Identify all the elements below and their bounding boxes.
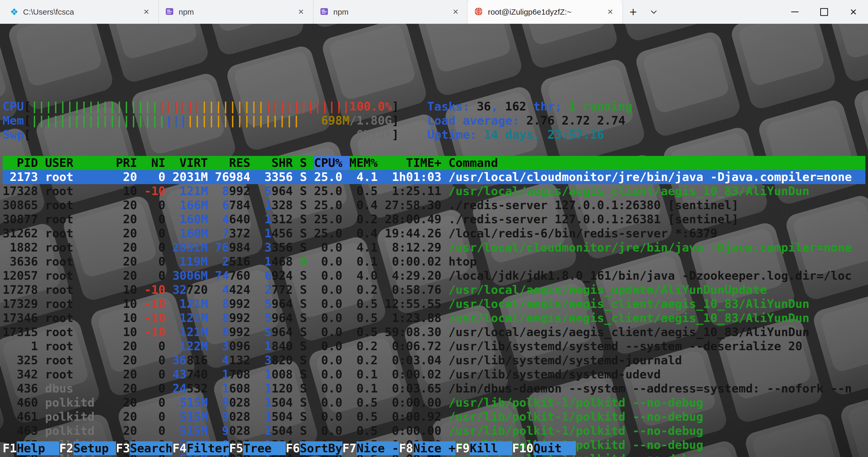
- fkey-f1[interactable]: F1: [3, 441, 17, 455]
- col-res: 76: [215, 170, 229, 184]
- tab-strip: ❖ C:\Users\fcsca ✕ npm ✕ npm ✕ root@iZul…: [0, 0, 622, 24]
- tab-close-icon[interactable]: ✕: [450, 7, 461, 17]
- tab-ssh-active[interactable]: root@iZuligp6e1dyzfZ:~ ✕: [468, 0, 622, 24]
- col-shr: 964: [272, 297, 300, 311]
- col-cmd: /usr/lib/polkit-1/polkitd --no-debug: [448, 396, 703, 410]
- npm-icon: [165, 7, 174, 17]
- fkey-f7[interactable]: F7: [342, 441, 356, 455]
- titlebar-drag-area: [663, 0, 780, 24]
- col-res: 132: [229, 353, 257, 367]
- column-header-mem[interactable]: MEM%: [349, 156, 385, 170]
- tab-close-icon[interactable]: ✕: [605, 7, 616, 17]
- process-row[interactable]: 325 root 20 0 36816 4132 3820 S 0.0 0.2 …: [3, 353, 865, 367]
- process-row[interactable]: 436 dbus 20 0 24532 1608 1120 S 0.0 0.1 …: [3, 382, 865, 396]
- fkey-label-filter[interactable]: Filter: [186, 441, 229, 455]
- fkey-f6[interactable]: F6: [286, 441, 300, 455]
- meter-bar-space: [31, 128, 356, 141]
- process-row[interactable]: 461 polkitd 20 0 515M 9028 1504 S 0.0 0.…: [3, 410, 865, 424]
- process-row[interactable]: 12057 root 20 0 3006M 74760 6924 S 0.0 4…: [3, 269, 865, 283]
- col-pid: 30877: [3, 212, 45, 226]
- process-row[interactable]: 1 root 20 0 122M 3096 1840 S 0.0 0.2 0:0…: [3, 339, 865, 353]
- fkey-label-quit[interactable]: Quit: [533, 441, 576, 455]
- tab-dropdown-chevron-icon[interactable]: [644, 0, 663, 24]
- fkey-f2[interactable]: F2: [59, 441, 73, 455]
- terminal[interactable]: CPU[||||||||||||||||||||||||||||||||||||…: [0, 24, 868, 457]
- column-header-cpu[interactable]: CPU%: [314, 156, 349, 170]
- process-row[interactable]: 31262 root 20 0 160M 7372 1456 S 25.0 0.…: [3, 226, 865, 240]
- col-time: 8:12.29: [385, 240, 448, 254]
- column-header-time[interactable]: TIME+: [385, 156, 448, 170]
- fkey-f9[interactable]: F9: [456, 441, 470, 455]
- fkey-f5[interactable]: F5: [229, 441, 243, 455]
- process-row[interactable]: 3636 root 20 0 119M 2516 1468 R 0.0 0.1 …: [3, 255, 865, 269]
- fkey-label-kill[interactable]: Kill: [470, 441, 512, 455]
- process-row[interactable]: 1882 root 20 0 2031M 76984 3356 S 0.0 4.…: [3, 240, 865, 255]
- fkey-label-search[interactable]: Search: [130, 441, 173, 455]
- col-mem: 4.1: [349, 170, 385, 184]
- col-mem: 0.5: [349, 396, 385, 410]
- meters: CPU[||||||||||||||||||||||||||||||||||||…: [3, 99, 865, 142]
- col-res: 516: [229, 255, 257, 268]
- fkey-label-nice-[interactable]: Nice -: [356, 441, 399, 455]
- close-button[interactable]: ✕: [839, 0, 868, 24]
- meter-value: 100.0%: [349, 99, 392, 113]
- tab-cmd[interactable]: ❖ C:\Users\fcsca ✕: [4, 0, 158, 24]
- minimize-button[interactable]: [780, 0, 809, 24]
- col-s: S: [300, 297, 314, 311]
- fkey-f3[interactable]: F3: [116, 441, 130, 455]
- process-row[interactable]: 17278 root 10 -10 32720 4424 2772 S 0.0 …: [3, 283, 865, 297]
- tab-npm-2[interactable]: npm ✕: [313, 0, 468, 24]
- col-res: 8: [215, 184, 229, 198]
- process-row[interactable]: 17329 root 10 -10 121M 8992 5964 S 0.0 0…: [3, 297, 865, 311]
- fkey-label-tree[interactable]: Tree: [243, 441, 286, 455]
- column-header-ni[interactable]: NI: [144, 156, 173, 170]
- column-header-cmd[interactable]: Command: [448, 156, 498, 170]
- tab-close-icon[interactable]: ✕: [141, 7, 152, 17]
- fkey-label-setup[interactable]: Setup: [73, 441, 116, 455]
- column-header-pri[interactable]: PRI: [116, 156, 144, 170]
- new-tab-button[interactable]: +: [622, 0, 644, 24]
- column-header-virt[interactable]: VIRT: [173, 156, 215, 170]
- maximize-button[interactable]: [809, 0, 839, 24]
- col-shr: 1: [257, 255, 271, 268]
- stat-segment: 2.76: [526, 113, 562, 127]
- column-header-user[interactable]: USER: [45, 156, 116, 170]
- column-header-res[interactable]: RES: [215, 156, 257, 170]
- col-time: 0:00.02: [385, 255, 448, 268]
- col-mem: 0.5: [349, 424, 385, 438]
- process-row[interactable]: 17315 root 10 -10 121M 8992 5964 S 0.0 0…: [3, 325, 865, 339]
- col-pri: 20: [116, 410, 144, 424]
- meter-bar-segment: |||||||||: [201, 99, 265, 113]
- col-ni: -10: [144, 283, 173, 297]
- process-row[interactable]: 30865 root 20 0 166M 6784 1328 S 25.0 0.…: [3, 198, 865, 212]
- column-header-s[interactable]: S: [300, 156, 314, 170]
- col-cpu: 0.0: [314, 353, 349, 367]
- process-row[interactable]: 342 root 20 0 43740 1708 1008 S 0.0 0.1 …: [3, 367, 865, 382]
- fkey-label-nice-[interactable]: Nice +: [413, 441, 456, 455]
- fkey-label-help[interactable]: Help: [17, 441, 59, 455]
- column-header-pid[interactable]: PID: [3, 156, 45, 170]
- fkey-f4[interactable]: F4: [173, 441, 186, 455]
- process-row[interactable]: 17346 root 10 -10 121M 8992 5964 S 0.0 0…: [3, 311, 865, 325]
- col-cmd: /usr/lib/polkit-1/polkitd --no-debug: [448, 410, 703, 424]
- meter-bar-segment: ||||||||||||||||||: [31, 99, 158, 113]
- fkey-label-sortby[interactable]: SortBy: [300, 441, 342, 455]
- col-pid: 342: [3, 367, 45, 381]
- column-header-shr[interactable]: SHR: [257, 156, 300, 170]
- col-cmd: /usr/lib/systemd/systemd --system --dese…: [448, 339, 802, 353]
- process-row[interactable]: 17328 root 10 -10 121M 8992 5964 S 25.0 …: [3, 184, 865, 198]
- fkey-f8[interactable]: F8: [399, 441, 413, 455]
- col-cpu: 0.0: [314, 410, 349, 424]
- process-row[interactable]: 463 polkitd 20 0 515M 9028 1504 S 0.0 0.…: [3, 424, 865, 438]
- col-user: root: [45, 297, 116, 311]
- col-time: 4:29.20: [385, 269, 448, 283]
- process-row[interactable]: 2173 root 20 0 2031M 76984 3356 S 25.0 4…: [3, 170, 865, 184]
- col-shr: 1: [257, 339, 271, 353]
- col-s: R: [300, 255, 314, 268]
- tab-close-icon[interactable]: ✕: [296, 7, 307, 17]
- col-pid: 17346: [3, 311, 45, 325]
- process-row[interactable]: 30877 root 20 0 160M 4640 1312 S 25.0 0.…: [3, 212, 865, 226]
- process-row[interactable]: 460 polkitd 20 0 515M 9028 1504 S 0.0 0.…: [3, 396, 865, 410]
- tab-npm-1[interactable]: npm ✕: [158, 0, 313, 24]
- fkey-f10[interactable]: F10: [512, 441, 533, 455]
